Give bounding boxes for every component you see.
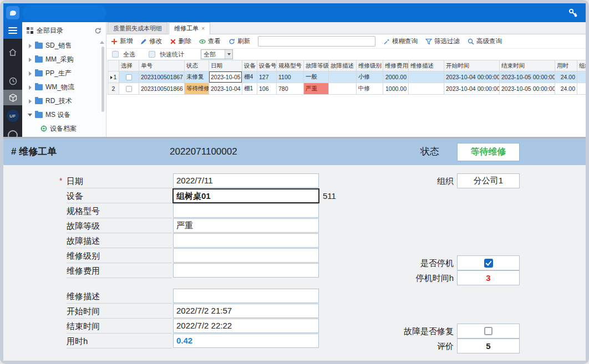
cell-status[interactable]: 等待维修 bbox=[185, 83, 209, 95]
fuzzy-query-button[interactable]: 模糊查询 bbox=[383, 37, 418, 45]
key-settings-icon[interactable] bbox=[568, 8, 578, 18]
cell-hours[interactable]: 24.00 bbox=[555, 83, 577, 95]
cell-org[interactable] bbox=[577, 83, 586, 95]
search-input[interactable] bbox=[258, 36, 375, 47]
spec-field[interactable] bbox=[173, 203, 319, 218]
advanced-query-button[interactable]: 高级查询 bbox=[468, 37, 502, 45]
company-logo-icon[interactable]: UF bbox=[3, 107, 22, 124]
cell-fault-level[interactable]: 严重 bbox=[304, 83, 329, 95]
date-field[interactable]: 2022/7/11 bbox=[173, 173, 319, 188]
fault-desc-field[interactable] bbox=[173, 233, 319, 248]
select-all-checkbox[interactable] bbox=[112, 51, 119, 58]
col-hours[interactable]: 用时 bbox=[555, 60, 577, 71]
sidebar-item-ms-equipment[interactable]: MS 设备 bbox=[22, 108, 106, 122]
module-cube-icon[interactable] bbox=[3, 90, 22, 105]
col-select[interactable]: 选择 bbox=[119, 60, 139, 71]
refresh-button[interactable]: 刷新 bbox=[229, 37, 250, 45]
cell-repair-cost[interactable]: 1000.00 bbox=[383, 83, 409, 95]
unchecked-checkbox-icon[interactable] bbox=[484, 327, 492, 335]
col-fault-level[interactable]: 故障等级 bbox=[304, 60, 329, 71]
col-device[interactable]: 设备 bbox=[242, 60, 257, 71]
cell-date[interactable]: 2023-10-05 bbox=[209, 71, 242, 83]
sidebar-scrollbar[interactable] bbox=[101, 47, 104, 112]
col-org[interactable]: 组织 bbox=[577, 60, 586, 71]
cell-spec[interactable]: 780 bbox=[277, 83, 304, 95]
cell-repair-desc[interactable] bbox=[409, 71, 444, 83]
cell-repair-cost[interactable]: 2000.00 bbox=[383, 71, 409, 83]
col-device-no[interactable]: 设备号 bbox=[257, 60, 277, 71]
start-time-field[interactable]: 2022/7/2 21:57 bbox=[173, 304, 319, 318]
sidebar-item-rd-tech[interactable]: RD_技术 bbox=[22, 94, 106, 108]
col-order-no[interactable]: 单号 bbox=[139, 60, 185, 71]
repair-cost-field[interactable] bbox=[173, 263, 319, 278]
cell-device[interactable]: 棚1 bbox=[242, 83, 257, 95]
cell-select[interactable] bbox=[119, 71, 139, 83]
cell-device-no[interactable]: 127 bbox=[257, 71, 277, 83]
rating-field[interactable]: 5 bbox=[457, 339, 520, 353]
cell-status[interactable]: 未修复 bbox=[185, 71, 209, 83]
fault-level-field[interactable]: 严重 bbox=[173, 218, 319, 233]
scope-dropdown[interactable]: 全部 bbox=[201, 49, 233, 59]
hamburger-menu-icon[interactable] bbox=[3, 22, 22, 39]
edit-button[interactable]: 修改 bbox=[140, 37, 162, 45]
sidebar-item-sd-sales[interactable]: SD_销售 bbox=[22, 39, 106, 53]
table-row[interactable]: 2 2023100501866 等待维修 2023-10-04 棚1 106 7… bbox=[108, 83, 586, 95]
col-spec[interactable]: 规格型号 bbox=[277, 60, 304, 71]
col-repair-cost[interactable]: 维修费用 bbox=[383, 60, 409, 71]
cell-org[interactable] bbox=[577, 71, 586, 83]
checked-checkbox-icon[interactable] bbox=[484, 259, 493, 268]
filter-button[interactable]: 筛选过滤 bbox=[425, 37, 460, 45]
hours-field[interactable]: 0.42 bbox=[173, 334, 319, 348]
history-clock-icon[interactable] bbox=[3, 73, 22, 89]
cell-hours[interactable]: 24.00 bbox=[555, 71, 577, 83]
cell-date[interactable]: 2023-10-04 bbox=[209, 83, 242, 95]
row-checkbox[interactable] bbox=[126, 74, 132, 80]
cell-end-time[interactable]: 2023-10-05 00:00:00 bbox=[500, 83, 555, 95]
tab-quality-loss-detail[interactable]: 质量损失成本明细 bbox=[108, 22, 167, 34]
chevron-down-icon[interactable] bbox=[225, 50, 232, 59]
cell-fault-desc[interactable] bbox=[329, 71, 357, 83]
org-field[interactable]: 分公司1 bbox=[457, 173, 520, 188]
add-button[interactable]: 新增 bbox=[111, 37, 133, 45]
shutdown-hours-field[interactable]: 3 bbox=[457, 270, 520, 285]
cell-order-no[interactable]: 2023100501866 bbox=[139, 83, 185, 95]
table-row[interactable]: 1 2023100501867 未修复 2023-10-05 棚4 127 11… bbox=[108, 71, 586, 83]
cell-start-time[interactable]: 2023-10-04 00:00:00 bbox=[444, 71, 500, 83]
sidebar-item-equipment-archive[interactable]: 设备档案 bbox=[22, 122, 106, 135]
scroll-up-arrow[interactable] bbox=[100, 41, 104, 44]
cell-repair-level[interactable]: 中修 bbox=[357, 83, 383, 95]
sidebar-item-mm-purchase[interactable]: MM_采购 bbox=[22, 53, 106, 66]
row-checkbox[interactable] bbox=[126, 86, 132, 92]
delete-button[interactable]: 删除 bbox=[170, 37, 191, 45]
cell-spec[interactable]: 1100 bbox=[277, 71, 304, 83]
tab-repair-work-order[interactable]: 维修工单× bbox=[169, 22, 210, 34]
cell-fault-desc[interactable] bbox=[329, 83, 357, 95]
cell-device[interactable]: 棚4 bbox=[242, 71, 257, 83]
col-start-time[interactable]: 开始时间 bbox=[444, 60, 500, 71]
cell-start-time[interactable]: 2023-10-04 00:00:00 bbox=[444, 83, 500, 95]
cell-device-no[interactable]: 106 bbox=[257, 83, 277, 95]
cell-order-no[interactable]: 2023100501867 bbox=[139, 71, 185, 83]
fault-fixed-checkbox-box[interactable] bbox=[457, 324, 520, 339]
repair-level-field[interactable] bbox=[173, 248, 319, 263]
end-time-field[interactable]: 2022/7/2 22:22 bbox=[173, 319, 319, 333]
cell-repair-desc[interactable] bbox=[409, 83, 444, 95]
col-status[interactable]: 状态 bbox=[185, 60, 209, 71]
quick-stats-checkbox[interactable] bbox=[149, 51, 155, 58]
col-repair-level[interactable]: 维修级别 bbox=[357, 60, 383, 71]
col-repair-desc[interactable]: 维修描述 bbox=[409, 60, 444, 71]
close-icon[interactable]: × bbox=[201, 25, 205, 32]
device-field[interactable]: 组树桌01 bbox=[172, 188, 319, 203]
cell-select[interactable] bbox=[119, 83, 139, 95]
home-icon[interactable] bbox=[3, 44, 22, 60]
repair-desc-field[interactable] bbox=[173, 289, 319, 303]
cell-fault-level[interactable]: 一般 bbox=[304, 71, 329, 83]
col-fault-desc[interactable]: 故障描述 bbox=[329, 60, 357, 71]
col-end-time[interactable]: 结束时间 bbox=[500, 60, 555, 71]
view-button[interactable]: 查看 bbox=[199, 37, 221, 45]
cell-end-time[interactable]: 2023-10-05 00:00:00 bbox=[500, 71, 555, 83]
shutdown-checkbox-box[interactable] bbox=[457, 255, 520, 270]
refresh-tree-icon[interactable] bbox=[94, 27, 101, 34]
sidebar-item-wm-logistics[interactable]: WM_物流 bbox=[22, 80, 106, 94]
col-date[interactable]: 日期 bbox=[209, 60, 242, 71]
